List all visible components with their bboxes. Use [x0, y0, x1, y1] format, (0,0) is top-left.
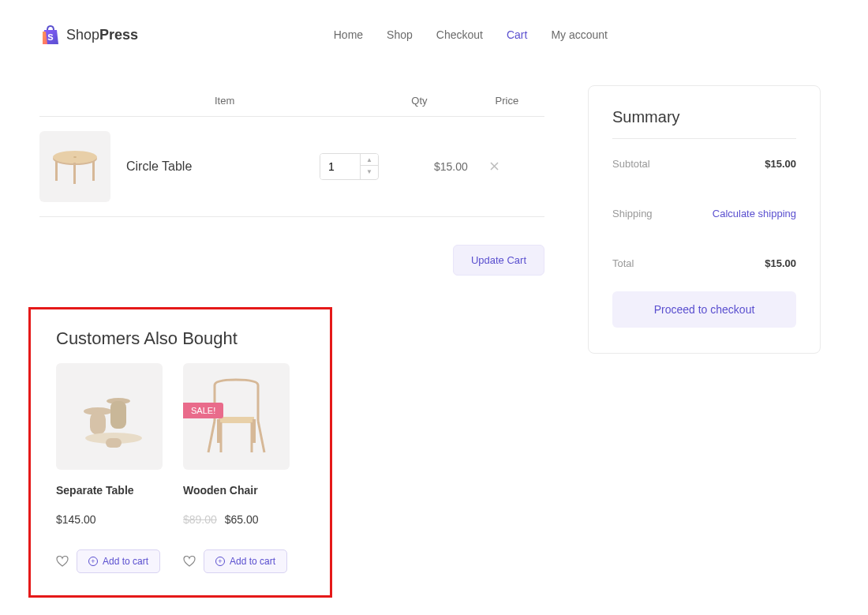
sale-badge: SALE!: [183, 403, 223, 418]
logo-text: ShopPress: [66, 27, 138, 43]
product-name[interactable]: Wooden Chair: [183, 483, 290, 497]
plus-icon: +: [215, 557, 225, 566]
product-actions: + Add to cart: [183, 549, 290, 573]
product-image[interactable]: SALE!: [183, 363, 290, 470]
total-row: Total $15.00: [612, 257, 796, 269]
subtotal-label: Subtotal: [612, 158, 650, 170]
remove-item-button[interactable]: [490, 160, 499, 173]
svg-rect-8: [90, 411, 106, 435]
shopping-bag-icon: S: [39, 24, 62, 46]
total-value: $15.00: [765, 257, 796, 269]
product-card: SALE! Wooden Chair $89.00 $65.00: [183, 363, 290, 573]
header: S ShopPress Home Shop Checkout Cart My a…: [0, 0, 868, 62]
shipping-row: Shipping Calculate shipping: [612, 208, 796, 219]
close-icon: [490, 162, 499, 171]
quantity-input[interactable]: [320, 154, 360, 179]
product-price: $145.00: [56, 513, 163, 526]
quantity-control: ▲ ▼: [320, 153, 379, 180]
nav-cart[interactable]: Cart: [507, 28, 527, 41]
add-to-cart-button[interactable]: + Add to cart: [204, 549, 287, 573]
separate-table-illustration: [66, 373, 153, 460]
summary-title: Summary: [612, 108, 796, 139]
col-header-item: Item: [215, 95, 234, 107]
cart-item-name[interactable]: Circle Table: [126, 159, 320, 174]
product-name[interactable]: Separate Table: [56, 483, 163, 497]
wishlist-icon[interactable]: [183, 556, 196, 567]
update-cart-button[interactable]: Update Cart: [453, 245, 544, 276]
svg-rect-10: [110, 401, 126, 429]
product-image[interactable]: [56, 363, 163, 470]
nav-checkout[interactable]: Checkout: [436, 28, 483, 41]
cross-sell-title: Customers Also Bought: [56, 328, 308, 349]
svg-rect-15: [253, 419, 256, 443]
quantity-up-button[interactable]: ▲: [361, 154, 378, 166]
plus-icon: +: [88, 557, 98, 566]
cart-item-row: Circle Table ▲ ▼ $15.00: [39, 117, 544, 217]
quantity-stepper: ▲ ▼: [360, 154, 378, 179]
update-cart-row: Update Cart: [39, 245, 544, 276]
quantity-down-button[interactable]: ▼: [361, 166, 378, 178]
nav-shop[interactable]: Shop: [387, 28, 413, 41]
subtotal-row: Subtotal $15.00: [612, 158, 796, 170]
col-header-price: Price: [496, 95, 519, 107]
product-actions: + Add to cart: [56, 549, 163, 573]
circle-table-illustration: [47, 147, 103, 186]
wishlist-icon[interactable]: [56, 556, 69, 567]
summary-panel: Summary Subtotal $15.00 Shipping Calcula…: [588, 85, 821, 354]
svg-rect-12: [106, 438, 122, 448]
col-header-qty: Qty: [411, 95, 427, 107]
svg-rect-6: [73, 163, 76, 184]
svg-text:S: S: [47, 32, 53, 42]
add-to-cart-button[interactable]: + Add to cart: [77, 549, 160, 573]
svg-rect-14: [217, 419, 220, 443]
nav-home[interactable]: Home: [334, 28, 363, 41]
product-card: Separate Table $145.00 + Add to cart: [56, 363, 163, 573]
svg-rect-5: [92, 161, 95, 181]
subtotal-value: $15.00: [765, 158, 796, 170]
cross-sell-section: Customers Also Bought Separ: [28, 307, 332, 598]
cart-section: Item Qty Price Circle Table ▲: [39, 85, 544, 598]
svg-rect-13: [219, 417, 254, 423]
proceed-to-checkout-button[interactable]: Proceed to checkout: [612, 291, 796, 328]
main-nav: Home Shop Checkout Cart My account: [334, 28, 608, 41]
cross-sell-products: Separate Table $145.00 + Add to cart: [56, 363, 308, 573]
cart-table-header: Item Qty Price: [39, 85, 544, 117]
logo[interactable]: S ShopPress: [39, 24, 138, 46]
shipping-label: Shipping: [612, 208, 653, 219]
nav-my-account[interactable]: My account: [551, 28, 608, 41]
main-container: Item Qty Price Circle Table ▲: [0, 85, 868, 598]
total-label: Total: [612, 257, 634, 269]
cart-item-image[interactable]: [39, 131, 110, 202]
svg-point-3: [73, 156, 77, 158]
product-price: $89.00 $65.00: [183, 513, 290, 526]
svg-rect-4: [55, 161, 58, 181]
calculate-shipping-link[interactable]: Calculate shipping: [713, 208, 796, 219]
cart-item-price: $15.00: [434, 160, 468, 173]
